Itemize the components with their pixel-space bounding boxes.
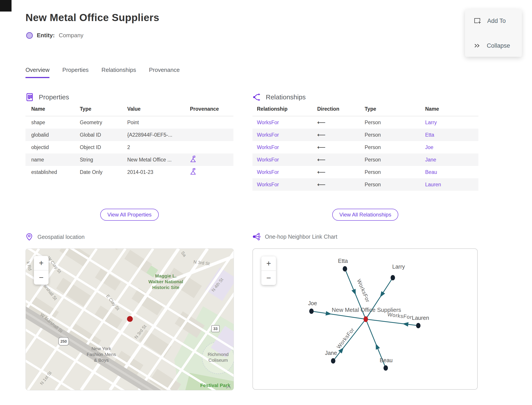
relationships-col-type: Type [360, 106, 421, 116]
relationship-name-link[interactable]: Larry [425, 120, 437, 125]
property-type: String [74, 154, 121, 166]
property-value: 2014-01-23 [121, 166, 184, 178]
relationship-type-link[interactable]: WorksFor [257, 144, 279, 150]
relationship-row: WorksFor⟵PersonJoe [253, 141, 478, 154]
direction-arrow-icon: ⟵ [317, 156, 326, 163]
relationship-entity-type: Person [360, 129, 421, 141]
relationship-row: WorksFor⟵PersonLarry [253, 116, 478, 129]
linkchart-header: One-hop Neighbor Link Chart [253, 233, 337, 240]
chart-zoom-in-button[interactable]: + [261, 256, 276, 270]
provenance-flag-icon[interactable] [190, 168, 197, 175]
node-label-Larry: Larry [392, 263, 405, 270]
relationship-name-link[interactable]: Beau [425, 169, 437, 175]
property-value: Point [121, 116, 184, 129]
property-name: name [26, 154, 74, 166]
relationships-col-relationship: Relationship [253, 106, 313, 116]
node-Lauren[interactable] [416, 323, 420, 328]
property-row: globalidGlobal ID{A228944F-0EF5-... [26, 129, 233, 141]
property-value: 2 [121, 141, 184, 154]
map-zoom-out-button[interactable]: − [34, 270, 48, 284]
svg-text:& Boys: & Boys [94, 358, 109, 363]
relationship-type-link[interactable]: WorksFor [257, 157, 279, 162]
properties-col-provenance: Provenance [184, 106, 233, 116]
center-node-label: New Metal Office Suppliers [332, 307, 401, 313]
collapse-label: Collapse [487, 42, 510, 49]
property-type: Global ID [74, 129, 121, 141]
relationship-type-link[interactable]: WorksFor [257, 182, 279, 187]
relationship-row: WorksFor⟵PersonBeau [253, 166, 478, 178]
svg-text:New York: New York [92, 346, 111, 351]
property-value: {A228944F-0EF5-... [121, 129, 184, 141]
svg-text:Maggie L.: Maggie L. [155, 273, 177, 278]
tab-properties[interactable]: Properties [62, 67, 89, 78]
relationships-icon [253, 93, 261, 101]
property-provenance [184, 129, 233, 141]
view-all-relationships-button[interactable]: View All Relationships [332, 209, 398, 221]
relationship-name-link[interactable]: Lauren [425, 182, 441, 187]
collapse-button[interactable]: Collapse [465, 42, 522, 49]
relationships-section-header: Relationships [253, 93, 306, 101]
map-zoom-control: + − [34, 256, 48, 284]
node-label-Beau: Beau [380, 357, 392, 363]
center-node[interactable] [364, 316, 368, 322]
map-location-marker[interactable] [127, 316, 133, 322]
map-festival-park-label: Festival Park [200, 383, 231, 388]
tab-overview[interactable]: Overview [26, 67, 49, 78]
properties-section-header: Properties [26, 93, 69, 101]
relationship-name-link[interactable]: Joe [425, 144, 433, 150]
direction-arrow-icon: ⟵ [317, 132, 326, 138]
chart-zoom-out-button[interactable]: − [261, 271, 276, 285]
property-type: Geometry [74, 116, 121, 129]
entity-detail-page: New Metal Office Suppliers Entity: Compa… [0, 0, 532, 405]
edge-Jane[interactable] [333, 319, 366, 361]
edge-Lauren[interactable] [366, 319, 418, 326]
page-title: New Metal Office Suppliers [26, 12, 159, 24]
relationship-name-link[interactable]: Jane [425, 157, 436, 162]
map[interactable]: k Rd W Clay St Sa N 3rd St N 4th St arsh… [26, 248, 234, 390]
relationship-entity-type: Person [360, 154, 421, 166]
property-provenance [184, 141, 233, 154]
entity-badge: Entity: Company [26, 32, 83, 39]
node-label-Etta: Etta [338, 258, 348, 264]
node-Jane[interactable] [331, 358, 335, 364]
relationship-entity-type: Person [360, 178, 421, 191]
property-type: Date Only [74, 166, 121, 178]
entity-type-value: Company [59, 32, 83, 39]
node-Joe[interactable] [309, 309, 314, 314]
property-row: nameStringNew Metal Office ... [26, 154, 233, 166]
property-name: shape [26, 116, 74, 129]
property-provenance [184, 166, 233, 178]
property-provenance [184, 116, 233, 129]
entity-label: Entity: [37, 32, 55, 39]
provenance-flag-icon[interactable] [190, 155, 197, 162]
map-zoom-in-button[interactable]: + [34, 256, 48, 270]
edge-label: WorksFor [356, 278, 371, 303]
svg-text:Coliseum: Coliseum [208, 358, 228, 363]
link-chart[interactable]: WorksForWorksForWorksForEttaLarryJoeLaur… [253, 248, 478, 390]
relationships-section-title: Relationships [266, 93, 306, 101]
svg-text:Historic Site: Historic Site [152, 285, 180, 290]
relationship-row: WorksFor⟵PersonLauren [253, 178, 478, 191]
edge-arrowhead-icon [378, 291, 385, 298]
entity-type-circle-icon [26, 32, 33, 39]
relationship-type-link[interactable]: WorksFor [257, 169, 279, 175]
view-all-properties-button[interactable]: View All Properties [100, 209, 159, 221]
property-row: shapeGeometryPoint [26, 116, 233, 129]
direction-arrow-icon: ⟵ [317, 181, 326, 188]
relationship-type-link[interactable]: WorksFor [257, 120, 279, 125]
node-Larry[interactable] [391, 275, 395, 280]
node-Etta[interactable] [343, 266, 347, 271]
add-to-icon [473, 17, 481, 25]
property-row: establishedDate Only2014-01-23 [26, 166, 233, 178]
add-to-button[interactable]: Add To [465, 17, 522, 25]
node-Beau[interactable] [384, 365, 388, 371]
tab-provenance[interactable]: Provenance [149, 67, 180, 78]
node-label-Joe: Joe [308, 300, 317, 306]
direction-arrow-icon: ⟵ [317, 169, 326, 176]
tab-relationships[interactable]: Relationships [101, 67, 136, 78]
relationship-name-link[interactable]: Etta [425, 132, 434, 138]
relationship-type-link[interactable]: WorksFor [257, 132, 279, 138]
svg-text:Fashion Mens: Fashion Mens [87, 352, 116, 357]
node-label-Lauren: Lauren [412, 315, 429, 321]
edge-arrowhead-icon [352, 289, 358, 296]
